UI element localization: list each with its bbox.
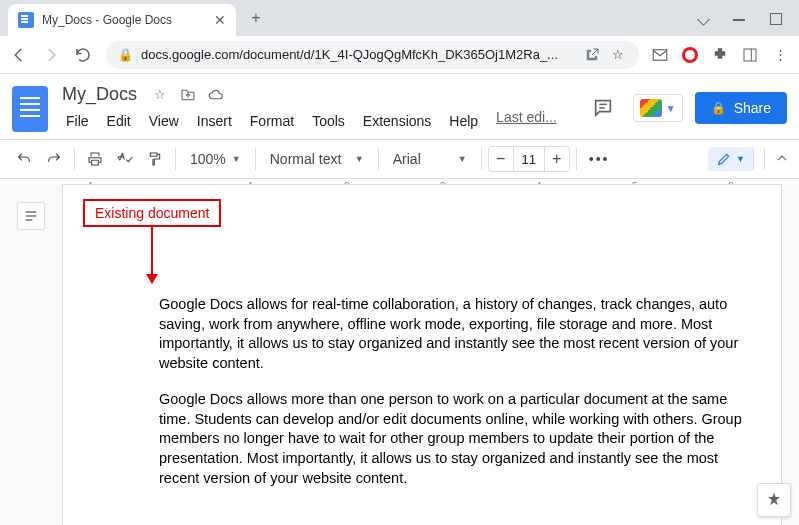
document-page[interactable]: Existing document Google Docs allows for… — [62, 184, 782, 525]
menu-bar: File Edit View Insert Format Tools Exten… — [58, 109, 575, 133]
hide-menus-button[interactable] — [775, 152, 789, 166]
comments-history-icon[interactable] — [585, 90, 621, 126]
document-canvas-area: Existing document Google Docs allows for… — [0, 184, 799, 525]
mail-icon[interactable] — [651, 46, 669, 64]
browser-menu-icon[interactable]: ⋮ — [771, 46, 789, 64]
menu-tools[interactable]: Tools — [304, 109, 353, 133]
last-edit-link[interactable]: Last edi... — [496, 109, 557, 133]
paint-format-button[interactable] — [141, 145, 169, 173]
chevron-down-icon[interactable] — [697, 12, 711, 26]
chevron-down-icon: ▼ — [666, 103, 676, 114]
browser-tab-strip: My_Docs - Google Docs ✕ + — [0, 0, 799, 36]
toolbar: 100% ▼ Normal text ▼ Arial ▼ − 11 + ••• … — [0, 139, 799, 179]
svg-rect-0 — [653, 49, 667, 60]
document-outline-button[interactable] — [17, 202, 45, 230]
style-dropdown[interactable]: Normal text ▼ — [262, 145, 372, 173]
tab-title: My_Docs - Google Docs — [42, 13, 206, 27]
menu-view[interactable]: View — [141, 109, 187, 133]
window-minimize-icon[interactable] — [733, 12, 747, 26]
svg-rect-1 — [744, 49, 756, 61]
docs-header: My_Docs ☆ File Edit View Insert Format T… — [0, 74, 799, 133]
share-url-icon[interactable] — [583, 46, 601, 64]
lock-icon: 🔒 — [711, 101, 726, 115]
zoom-value: 100% — [190, 151, 226, 167]
chevron-down-icon: ▼ — [736, 154, 745, 164]
nav-forward-button[interactable] — [42, 46, 62, 64]
style-value: Normal text — [270, 151, 349, 167]
nav-back-button[interactable] — [10, 46, 30, 64]
menu-edit[interactable]: Edit — [99, 109, 139, 133]
redo-button[interactable] — [40, 145, 68, 173]
opera-icon[interactable] — [681, 46, 699, 64]
menu-insert[interactable]: Insert — [189, 109, 240, 133]
share-button[interactable]: 🔒 Share — [695, 92, 787, 124]
cloud-status-icon[interactable] — [207, 86, 225, 104]
meet-icon — [640, 99, 662, 117]
font-size-decrease-button[interactable]: − — [489, 150, 513, 168]
font-size-stepper: − 11 + — [488, 146, 570, 172]
document-title[interactable]: My_Docs — [58, 82, 141, 107]
extensions-icon[interactable] — [711, 46, 729, 64]
spellcheck-button[interactable] — [111, 145, 139, 173]
zoom-dropdown[interactable]: 100% ▼ — [182, 145, 249, 173]
meet-button[interactable]: ▼ — [633, 94, 683, 122]
share-label: Share — [734, 100, 771, 116]
menu-format[interactable]: Format — [242, 109, 302, 133]
annotation-arrow-icon — [151, 225, 153, 283]
side-panel-icon[interactable] — [741, 46, 759, 64]
document-body[interactable]: Google Docs allows for real-time collabo… — [159, 295, 761, 488]
menu-file[interactable]: File — [58, 109, 97, 133]
font-size-value[interactable]: 11 — [513, 147, 545, 171]
chevron-down-icon: ▼ — [458, 154, 467, 164]
paragraph[interactable]: Google Docs allows more than one person … — [159, 390, 761, 488]
undo-button[interactable] — [10, 145, 38, 173]
window-controls — [697, 12, 799, 36]
paragraph[interactable]: Google Docs allows for real-time collabo… — [159, 295, 761, 373]
font-size-increase-button[interactable]: + — [545, 150, 569, 168]
docs-logo-icon[interactable] — [12, 86, 48, 132]
toolbar-more-button[interactable]: ••• — [583, 151, 616, 167]
star-icon[interactable]: ☆ — [151, 86, 169, 104]
bookmark-star-icon[interactable]: ☆ — [609, 46, 627, 64]
menu-help[interactable]: Help — [441, 109, 486, 133]
move-folder-icon[interactable] — [179, 86, 197, 104]
docs-favicon — [18, 12, 34, 28]
new-tab-button[interactable]: + — [242, 4, 270, 32]
url-bar[interactable]: 🔒 docs.google.com/document/d/1K_4I-QJogQ… — [106, 41, 639, 69]
browser-tab[interactable]: My_Docs - Google Docs ✕ — [8, 4, 236, 36]
editing-mode-button[interactable]: ▼ — [708, 147, 754, 171]
print-button[interactable] — [81, 145, 109, 173]
font-dropdown[interactable]: Arial ▼ — [385, 145, 475, 173]
nav-reload-button[interactable] — [74, 46, 94, 64]
annotation-label: Existing document — [83, 199, 221, 227]
window-maximize-icon[interactable] — [769, 12, 783, 26]
address-bar: 🔒 docs.google.com/document/d/1K_4I-QJogQ… — [0, 36, 799, 74]
chevron-down-icon: ▼ — [355, 154, 364, 164]
chevron-down-icon: ▼ — [232, 154, 241, 164]
url-text: docs.google.com/document/d/1K_4I-QJogQgM… — [141, 47, 575, 62]
close-tab-icon[interactable]: ✕ — [214, 12, 226, 28]
font-value: Arial — [393, 151, 452, 167]
lock-icon: 🔒 — [118, 48, 133, 62]
explore-button[interactable] — [757, 483, 791, 517]
browser-extension-icons: ⋮ — [651, 46, 789, 64]
menu-extensions[interactable]: Extensions — [355, 109, 439, 133]
